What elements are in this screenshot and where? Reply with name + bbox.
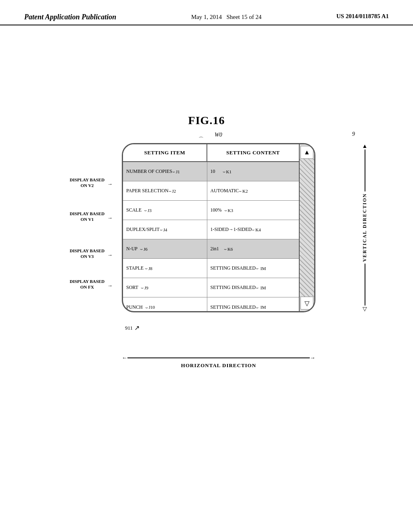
content-text-1: AUTOMATIC [211, 188, 239, 194]
vert-line [365, 150, 365, 191]
cell-item-7: PUNCH ⌣J10 [123, 297, 207, 312]
arrow-v2: → [107, 181, 113, 187]
arrow-fx: → [107, 283, 113, 289]
horiz-right-arrow: → [310, 355, 315, 361]
content-text-0: 10 [211, 168, 215, 175]
vert-line2 [365, 264, 365, 305]
cell-content-4: 2in1 ⌣K6 [207, 239, 299, 258]
horiz-line [127, 357, 310, 358]
horiz-left-arrow: ← [122, 355, 127, 361]
vert-arrow-up: ▲ [362, 143, 368, 150]
header-date: May 1, 2014 [191, 14, 222, 20]
item-text-0: NUMBER OF COPIES [126, 168, 172, 175]
item-text-1: PAPER SELECTION [126, 188, 169, 194]
settings-table: SETTING ITEM SETTING CONTENT NUMBER OF C… [123, 144, 299, 311]
cell-content-0: 10 ⌣K1 [207, 162, 299, 181]
vertical-bracket: ▲ VERTICAL DIRECTION ▽ [362, 143, 368, 312]
item-text-5: STAPLE [126, 265, 144, 271]
vertical-direction-label: VERTICAL DIRECTION [362, 191, 368, 264]
arrow-v1: → [107, 215, 113, 221]
header-left: Patent Application Publication [24, 13, 116, 21]
horizontal-direction-area: ← → HORIZONTAL DIRECTION [122, 355, 315, 369]
cell-item-5: STAPLE ⌣J8 [123, 259, 207, 278]
page-header: Patent Application Publication May 1, 20… [0, 0, 413, 25]
table-row: N-UP ⌣J6 2in1 ⌣K6 [123, 239, 299, 259]
vert-arrow-down: ▽ [363, 305, 367, 312]
cell-item-1: PAPER SELECTION⌣J2 [123, 181, 207, 200]
label-display-v1: DISPLAY BASEDON V1 [67, 211, 107, 222]
table-row: PUNCH ⌣J10 SETTING DISABLED⌣ IM [123, 297, 299, 312]
cell-content-2: 100% ⌣K3 [207, 201, 299, 220]
table-row: DUPLEX/SPLIT⌣J4 1-SIDED→1-SIDED⌣K4 [123, 220, 299, 239]
item-text-2: SCALE [126, 207, 142, 213]
figure-title: FIG.16 [0, 114, 413, 127]
diagram-area: W0 ⌒ 9 DISPLAY BASEDON V2 → DISPLAY BASE… [65, 139, 348, 341]
nine11-label: 911 [125, 325, 133, 331]
cell-content-1: AUTOMATIC⌣K2 [207, 181, 299, 200]
item-text-3: DUPLEX/SPLIT [126, 227, 160, 233]
scroll-track [300, 159, 314, 297]
label-display-v3: DISPLAY BASEDON V3 [67, 248, 107, 260]
col-setting-content-header: SETTING CONTENT [207, 144, 299, 161]
scrollbar-area: ▲ ▽ [299, 144, 314, 311]
horizontal-direction-label: HORIZONTAL DIRECTION [122, 362, 315, 369]
cell-content-5: SETTING DISABLED⌣ IM [207, 259, 299, 278]
w0-label: W0 [215, 132, 222, 138]
arrow-v3: → [107, 252, 113, 258]
device-box: SETTING ITEM SETTING CONTENT NUMBER OF C… [122, 143, 315, 312]
cell-item-2: SCALE ⌣J3 [123, 201, 207, 220]
label-display-fx: DISPLAY BASEDON FX [67, 278, 107, 290]
cell-item-4: N-UP ⌣J6 [123, 239, 207, 258]
nine11-arrow: ↗ [134, 324, 140, 332]
cell-item-3: DUPLEX/SPLIT⌣J4 [123, 220, 207, 239]
scroll-up-button[interactable]: ▲ [300, 146, 313, 159]
content-text-2: 100% [211, 207, 222, 213]
horiz-arrow-row: ← → [122, 355, 315, 361]
header-right: US 2014/0118785 A1 [336, 13, 389, 20]
header-center: May 1, 2014 Sheet 15 of 24 [191, 13, 262, 21]
content-text-4: 2in1 [211, 246, 219, 252]
content-text-5: SETTING DISABLED [211, 265, 256, 271]
label-display-v2: DISPLAY BASEDON V2 [67, 177, 107, 189]
nine-label: 9 [352, 131, 355, 137]
nine11-area: 911 ↗ [125, 324, 140, 332]
table-row: SORT ⌣J9 SETTING DISABLED⌣ IM [123, 278, 299, 297]
cell-item-0: NUMBER OF COPIES⌣J1 [123, 162, 207, 181]
item-text-7: PUNCH [126, 304, 143, 310]
table-row: STAPLE ⌣J8 SETTING DISABLED⌣ IM [123, 259, 299, 278]
cell-content-6: SETTING DISABLED⌣ IM [207, 278, 299, 297]
header-sheet: Sheet 15 of 24 [226, 14, 261, 20]
item-text-4: N-UP [126, 246, 138, 252]
cell-item-6: SORT ⌣J9 [123, 278, 207, 297]
content-text-3: 1-SIDED→1-SIDED [211, 227, 252, 233]
item-text-6: SORT [126, 285, 138, 291]
scroll-down-button[interactable]: ▽ [300, 297, 313, 310]
table-row: NUMBER OF COPIES⌣J1 10 ⌣K1 [123, 162, 299, 181]
cell-content-7: SETTING DISABLED⌣ IM [207, 297, 299, 312]
col-setting-item-header: SETTING ITEM [123, 144, 207, 161]
content-text-6: SETTING DISABLED [211, 285, 256, 291]
content-text-7: SETTING DISABLED [211, 304, 256, 310]
cell-content-3: 1-SIDED→1-SIDED⌣K4 [207, 220, 299, 239]
table-header-row: SETTING ITEM SETTING CONTENT [123, 144, 299, 162]
w0-arrow: ⌒ [198, 136, 204, 143]
table-row: SCALE ⌣J3 100% ⌣K3 [123, 201, 299, 220]
table-row: PAPER SELECTION⌣J2 AUTOMATIC⌣K2 [123, 181, 299, 201]
